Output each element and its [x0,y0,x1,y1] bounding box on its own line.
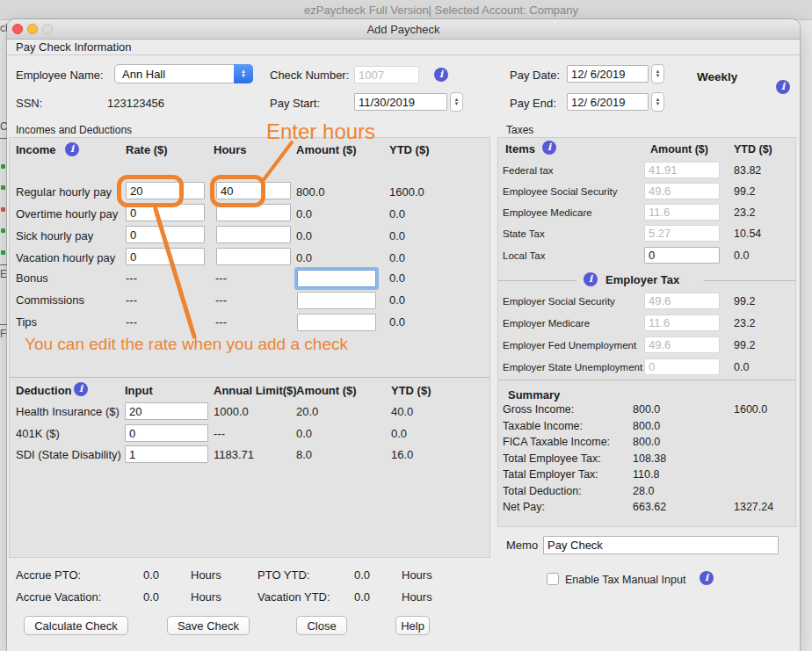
deduction-row-label: Health Insurance ($) [16,405,120,418]
incomes-panel [9,137,490,558]
pay-end-label: Pay End: [510,97,556,110]
employee-name-label: Employee Name: [16,69,104,82]
hours-column-header: Hours [214,143,247,156]
income-info-icon[interactable] [65,142,79,156]
annual-limit-column-header: Annual Limit($) [214,384,297,397]
rate-dashes: --- [126,271,137,285]
background-window-fragment: ch [0,22,7,34]
accrue-ytd-unit: Hours [402,568,432,582]
income-amount: 800.0 [296,185,325,199]
deduction-ytd: 0.0 [391,427,407,440]
tax-ytd: 0.0 [734,250,749,262]
income-row-label: Bonus [16,271,48,285]
accrue-row-label: Accrue Vacation: [16,590,101,604]
deduction-ytd: 40.0 [391,405,413,418]
summary-value: 108.38 [633,452,666,465]
income-amount: 0.0 [296,251,312,264]
income-ytd: 0.0 [389,271,405,285]
rate-input[interactable] [126,226,205,243]
employee-name-select[interactable]: Ann Hall [114,64,253,83]
memo-input[interactable] [543,536,779,554]
employer-tax-ytd: 23.2 [734,317,755,329]
pay-start-input[interactable] [354,93,447,111]
frequency-info-icon[interactable] [776,80,790,94]
background-icon-fragment [1,207,5,212]
employer-tax-amount-input [644,358,720,375]
employer-tax-row-label: Employer Fed Unemployment [503,340,636,351]
hours-input[interactable] [216,248,291,265]
close-button[interactable]: Close [296,616,347,635]
deduction-input[interactable] [125,402,208,420]
employer-tax-amount-input [644,336,720,353]
hours-input[interactable] [216,182,291,199]
background-icon-fragment [1,250,5,255]
divider [7,54,800,55]
tax-manual-info-icon[interactable] [700,571,714,585]
accrue-value: 0.0 [143,590,159,604]
rate-dashes: --- [126,315,137,329]
pay-frequency-label: Weekly [697,70,737,83]
employer-tax-ytd: 99.2 [734,339,755,351]
commissions-amount-input[interactable] [297,292,376,309]
accrue-ytd-label: PTO YTD: [257,568,309,582]
summary-title: Summary [508,388,560,401]
hours-input[interactable] [216,204,291,221]
summary-ytd: 1327.24 [734,501,773,513]
tax-ytd: 23.2 [734,206,755,219]
hours-input[interactable] [216,226,291,243]
employer-tax-ytd: 99.2 [734,295,755,307]
income-amount: 0.0 [296,207,312,221]
tax-ytd: 10.54 [734,228,761,240]
background-icon-fragment [1,185,5,190]
deduction-annual-limit: 1183.71 [214,448,254,461]
income-column-header: Income [16,143,56,156]
summary-value: 800.0 [633,420,660,432]
accrue-ytd-value: 0.0 [354,590,370,604]
tax-ytd-column-header: YTD ($) [734,143,772,156]
deduction-amount: 8.0 [296,448,312,461]
tips-amount-input[interactable] [297,314,376,331]
deduction-info-icon[interactable] [74,382,88,396]
tax-amount-input [644,204,720,221]
accrue-value: 0.0 [143,568,159,582]
hours-dashes: --- [215,315,227,329]
page-title: Pay Check Information [16,40,132,54]
background-icon-fragment [1,228,5,233]
tax-amount-column-header: Amount ($) [650,143,708,156]
summary-row-label: FICA Taxable Income: [503,436,610,448]
summary-value: 800.0 [633,436,660,448]
background-window-title: ezPaycheck Full Version| Selected Accoun… [304,4,578,17]
income-row-label: Tips [16,315,37,329]
tax-row-label: Federal tax [503,165,554,176]
deduction-annual-limit: --- [214,427,225,440]
summary-row-label: Taxable Income: [503,420,583,432]
help-button[interactable]: Help [395,616,430,635]
local-tax-input[interactable] [644,247,720,264]
summary-row-label: Net Pay: [503,501,545,513]
pay-end-input[interactable] [567,93,649,111]
rate-input[interactable] [126,204,205,221]
deduction-input[interactable] [125,445,208,463]
divider [498,380,795,380]
rate-input[interactable] [126,182,205,199]
accrue-row-label: Accrue PTO: [16,568,81,582]
rate-input[interactable] [126,248,205,265]
pay-start-label: Pay Start: [270,97,320,110]
save-check-button[interactable]: Save Check [167,616,250,635]
pay-date-stepper-icon[interactable] [651,64,664,83]
taxes-info-icon[interactable] [542,141,556,155]
employer-tax-info-icon[interactable] [584,272,598,286]
check-number-info-icon[interactable] [434,68,448,82]
tax-row-label: Local Tax [503,250,545,261]
calculate-check-button[interactable]: Calculate Check [24,616,128,635]
enable-tax-manual-label: Enable Tax Manual Input [565,574,685,586]
enable-tax-manual-checkbox[interactable] [547,573,559,585]
deduction-input[interactable] [125,424,208,442]
bonus-amount-input[interactable] [297,270,376,287]
accrue-unit: Hours [191,590,221,604]
pay-end-stepper-icon[interactable] [651,92,664,112]
pay-date-input[interactable] [567,65,649,83]
pay-start-stepper-icon[interactable] [450,92,463,112]
employer-tax-ytd: 0.0 [734,361,749,373]
tax-ytd: 83.82 [734,164,761,177]
